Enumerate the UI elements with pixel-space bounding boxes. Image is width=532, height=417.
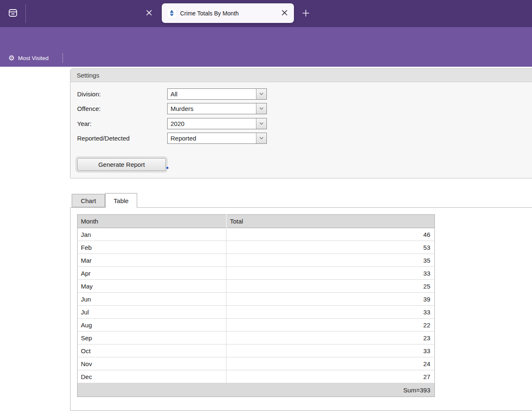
year-row: Year: 2020 (77, 118, 267, 129)
table-row: Jun39 (78, 293, 435, 306)
browser-tabbar: Crime Totals By Month (0, 0, 532, 27)
reported-detected-row: Reported/Detected Reported (77, 132, 267, 144)
division-value: All (171, 89, 178, 99)
month-cell: Oct (78, 344, 226, 357)
active-tab-close-button[interactable] (280, 9, 289, 18)
offence-value: Murders (171, 103, 193, 114)
offence-row: Offence: Murders (77, 103, 267, 114)
reported-detected-select[interactable]: Reported (167, 133, 267, 144)
month-cell: Feb (78, 241, 226, 254)
tab-separator (25, 4, 26, 23)
table-footer-row: Sum=393 (78, 383, 435, 397)
settings-panel-title: Settings (70, 69, 532, 82)
month-cell: Aug (78, 319, 226, 332)
reported-detected-label: Reported/Detected (77, 135, 167, 142)
total-cell: 33 (226, 306, 435, 319)
total-cell: 35 (226, 254, 435, 267)
tab-table[interactable]: Table (105, 193, 137, 208)
month-cell: Jan (78, 228, 226, 241)
month-cell: Dec (78, 370, 226, 383)
table-row: Sep23 (78, 332, 435, 344)
total-cell: 33 (226, 267, 435, 280)
crime-totals-table: Month Total Jan46 Feb53 Mar35 Apr33 May2… (77, 214, 435, 397)
division-select[interactable]: All (167, 88, 267, 100)
tab-title: Crime Totals By Month (180, 10, 280, 17)
table-tab-panel: Month Total Jan46 Feb53 Mar35 Apr33 May2… (70, 207, 532, 411)
background-tab-close-button[interactable] (144, 8, 154, 18)
total-cell: 22 (226, 319, 435, 332)
total-cell: 23 (226, 332, 435, 344)
active-browser-tab[interactable]: Crime Totals By Month (162, 3, 294, 23)
total-cell: 33 (226, 344, 435, 357)
chevron-down-icon (256, 89, 266, 99)
division-label: Division: (77, 90, 167, 98)
month-column-header: Month (78, 215, 226, 228)
year-select[interactable]: 2020 (167, 118, 267, 129)
total-column-header: Total (226, 215, 435, 228)
total-cell: 25 (226, 280, 435, 293)
month-cell: Sep (78, 332, 226, 344)
total-cell: 24 (226, 357, 435, 370)
most-visited-label: Most Visited (18, 55, 48, 61)
table-row: May25 (78, 280, 435, 293)
most-visited-button[interactable]: ⚙ Most Visited (5, 52, 52, 64)
division-row: Division: All (77, 88, 267, 100)
total-cell: 39 (226, 293, 435, 306)
settings-panel: Settings Division: All Offence: Murders (70, 68, 532, 178)
firefox-view-icon (8, 8, 18, 19)
bookmarks-bar: ⚙ Most Visited (0, 49, 532, 67)
year-value: 2020 (171, 118, 184, 129)
chevron-down-icon (256, 118, 266, 129)
table-row: Mar35 (78, 254, 435, 267)
offence-label: Offence: (77, 105, 167, 112)
total-cell: 27 (226, 370, 435, 383)
cursor-dot (166, 167, 168, 169)
gear-icon: ⚙ (8, 55, 15, 62)
plus-icon (302, 10, 309, 18)
total-cell: 46 (226, 228, 435, 241)
reported-detected-value: Reported (171, 133, 196, 143)
table-row: Jul33 (78, 306, 435, 319)
chevron-down-icon (256, 103, 266, 114)
ttps-favicon-icon (168, 9, 176, 18)
generate-report-button[interactable]: Generate Report (77, 158, 166, 171)
month-cell: Apr (78, 267, 226, 280)
table-row: Dec27 (78, 370, 435, 383)
table-header-row: Month Total (78, 215, 435, 228)
offence-select[interactable]: Murders (167, 103, 267, 114)
new-tab-button[interactable] (300, 8, 311, 20)
table-row: Apr33 (78, 267, 435, 280)
close-icon (146, 10, 152, 17)
close-icon (282, 10, 287, 17)
table-row: Aug22 (78, 319, 435, 332)
firefox-view-button[interactable] (5, 5, 21, 21)
browser-toolbar: ← → (0, 27, 532, 49)
table-row: Feb53 (78, 241, 435, 254)
month-cell: Mar (78, 254, 226, 267)
table-row: Jan46 (78, 228, 435, 241)
tab-chart[interactable]: Chart (72, 194, 105, 207)
total-cell: 53 (226, 241, 435, 254)
table-row: Oct33 (78, 344, 435, 357)
year-label: Year: (77, 120, 167, 127)
month-cell: Jul (78, 306, 226, 319)
month-cell: Jun (78, 293, 226, 306)
table-row: Nov24 (78, 357, 435, 370)
browser-window: Crime Totals By Month ← → (0, 0, 532, 417)
chevron-down-icon (256, 133, 266, 143)
month-cell: Nov (78, 357, 226, 370)
bookmarks-separator (63, 53, 63, 63)
month-cell: May (78, 280, 226, 293)
sum-cell: Sum=393 (78, 383, 435, 397)
page-content: Settings Division: All Offence: Murders (0, 67, 532, 417)
